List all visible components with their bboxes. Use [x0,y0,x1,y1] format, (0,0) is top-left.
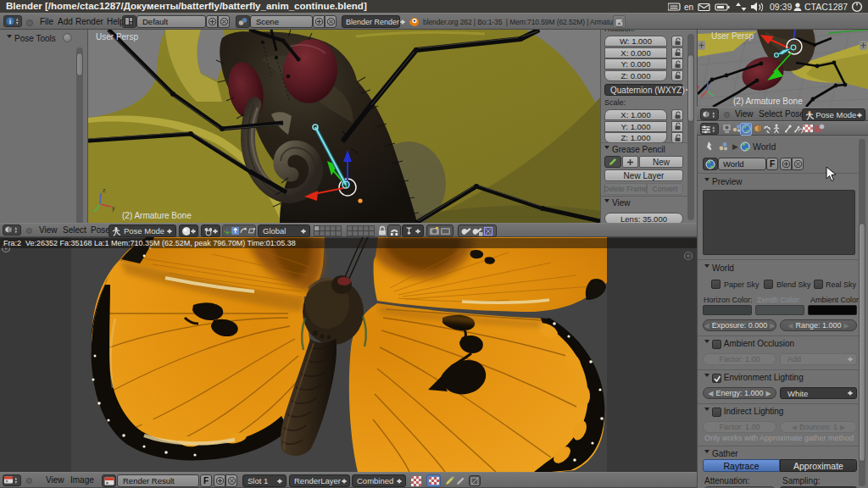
svg-text:CTAC1287: CTAC1287 [804,2,848,12]
svg-text:09:39: 09:39 [770,2,792,12]
svg-text:en: en [684,3,693,12]
svg-text:y: y [112,205,115,212]
svg-text:x: x [698,84,700,90]
svg-text:z: z [103,187,106,193]
svg-text:User Persp: User Persp [96,32,138,42]
svg-text:(2) Armature Bone: (2) Armature Bone [122,211,192,220]
svg-text:(2) Armature Bone: (2) Armature Bone [733,97,803,106]
svg-text:User Persp: User Persp [711,31,754,41]
